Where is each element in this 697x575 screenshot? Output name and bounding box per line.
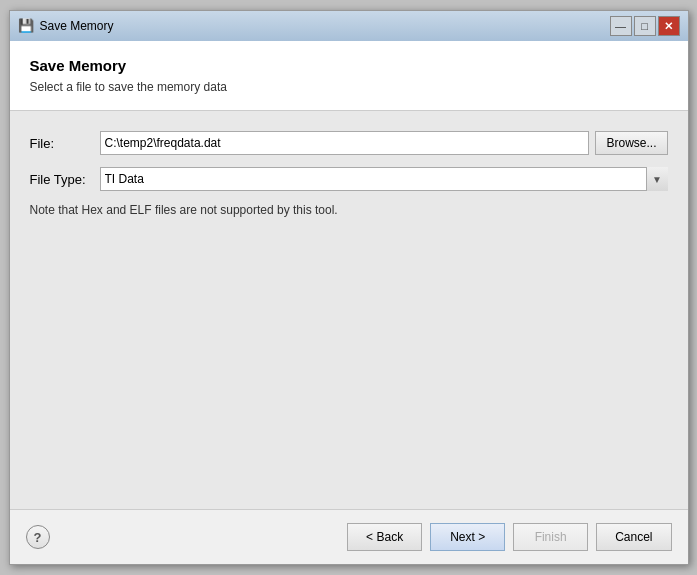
footer-buttons: < Back Next > Finish Cancel <box>347 523 671 551</box>
back-button[interactable]: < Back <box>347 523 422 551</box>
cancel-button[interactable]: Cancel <box>596 523 671 551</box>
window-title: Save Memory <box>40 19 610 33</box>
window-icon: 💾 <box>18 18 34 34</box>
file-type-select[interactable]: TI Data Hex ELF <box>100 167 668 191</box>
footer-left: ? <box>26 525 50 549</box>
file-label: File: <box>30 136 100 151</box>
help-button[interactable]: ? <box>26 525 50 549</box>
file-row: File: Browse... <box>30 131 668 155</box>
browse-button[interactable]: Browse... <box>595 131 667 155</box>
dialog-content: Save Memory Select a file to save the me… <box>10 41 688 509</box>
header-section: Save Memory Select a file to save the me… <box>10 41 688 111</box>
minimize-button[interactable]: — <box>610 16 632 36</box>
dialog-subtitle: Select a file to save the memory data <box>30 80 668 94</box>
main-section: File: Browse... File Type: TI Data Hex E… <box>10 111 688 509</box>
file-type-label: File Type: <box>30 172 100 187</box>
maximize-button[interactable]: □ <box>634 16 656 36</box>
close-button[interactable]: ✕ <box>658 16 680 36</box>
finish-button[interactable]: Finish <box>513 523 588 551</box>
file-type-select-wrapper: TI Data Hex ELF ▼ <box>100 167 668 191</box>
dialog-title: Save Memory <box>30 57 668 74</box>
file-input[interactable] <box>100 131 590 155</box>
next-button[interactable]: Next > <box>430 523 505 551</box>
note-text: Note that Hex and ELF files are not supp… <box>30 203 668 217</box>
file-type-row: File Type: TI Data Hex ELF ▼ <box>30 167 668 191</box>
save-memory-window: 💾 Save Memory — □ ✕ Save Memory Select a… <box>9 10 689 565</box>
title-bar-buttons: — □ ✕ <box>610 16 680 36</box>
title-bar: 💾 Save Memory — □ ✕ <box>10 11 688 41</box>
dialog-footer: ? < Back Next > Finish Cancel <box>10 509 688 564</box>
